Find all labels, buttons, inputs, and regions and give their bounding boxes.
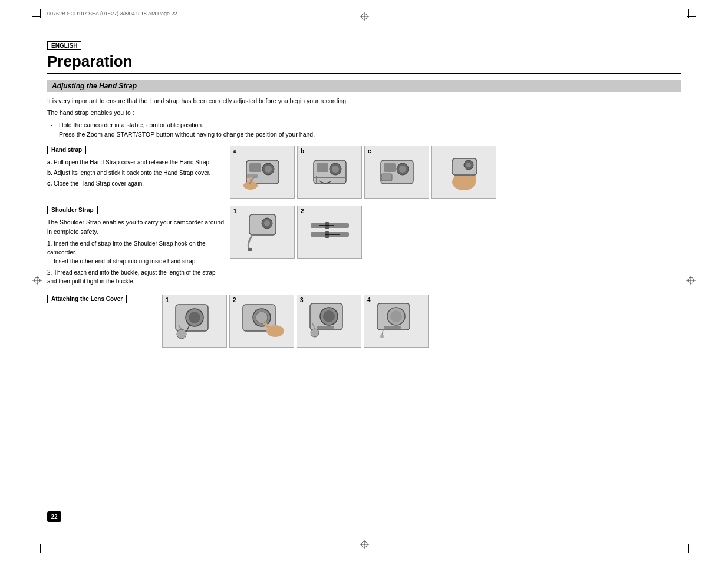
file-header: 00762B SCD107 SEA (01~27) 3/8/04 9:18 AM…	[47, 11, 177, 16]
shoulder-strap-images-container: 1 2	[230, 206, 681, 287]
hand-strap-illustration-b	[305, 151, 355, 193]
hand-strap-image-a: a	[230, 146, 295, 199]
hand-strap-content: Hand strap a. Pull open the Hand Strap c…	[47, 146, 681, 199]
shoulder-strap-illustration-2	[305, 211, 355, 253]
lens-cover-image-4: 4	[364, 295, 429, 348]
svg-point-15	[265, 166, 272, 173]
crop-mark-tl-v	[40, 9, 41, 18]
hand-strap-section-header: Adjusting the Hand Strap	[47, 80, 681, 92]
language-label: ENGLISH	[47, 41, 81, 50]
lens-cover-image-2: 2	[229, 295, 294, 348]
crop-mark-br-h	[687, 546, 696, 546]
lens-cover-images-container: 1 2	[162, 295, 681, 348]
page-number: 22	[47, 511, 61, 522]
shoulder-strap-image-row: 1 2	[230, 206, 681, 259]
shoulder-strap-text: Shoulder Strap The Shoulder Strap enable…	[47, 206, 224, 287]
hand-strap-illustration-a	[238, 151, 288, 193]
hand-strap-bullets: Hold the camcorder in a stable, comforta…	[59, 120, 681, 140]
shoulder-strap-label: Shoulder Strap	[47, 206, 98, 214]
shoulder-strap-image-2: 2	[297, 206, 362, 259]
lens-cover-label: Attaching the Lens Cover	[47, 295, 127, 303]
hand-strap-text: Hand strap a. Pull open the Hand Strap c…	[47, 146, 224, 199]
svg-point-70	[380, 335, 384, 338]
intro-text-line2: The hand strap enables you to :	[47, 108, 681, 118]
shoulder-strap-steps: 1. Insert the end of strap into the Shou…	[47, 239, 224, 286]
hand-strap-image-row: a	[230, 146, 681, 199]
lens-cover-image-row: 1 2	[162, 295, 681, 348]
hand-strap-illustration-c	[372, 151, 422, 193]
lens-cover-illustration-3	[304, 299, 354, 343]
bullet-item-1: Hold the camcorder in a stable, comforta…	[59, 120, 681, 130]
lens-cover-label-col: Attaching the Lens Cover	[47, 295, 156, 348]
lens-cover-content: Attaching the Lens Cover 1	[47, 295, 681, 348]
lens-cover-illustration-4	[371, 299, 421, 343]
page-content: ENGLISH Preparation Adjusting the Hand S…	[47, 41, 681, 527]
shoulder-strap-step-1: 1. Insert the end of strap into the Shou…	[47, 239, 224, 266]
shoulder-strap-illustration-1	[238, 211, 288, 253]
hand-strap-step-a: a. Pull open the Hand Strap cover and re…	[47, 158, 224, 167]
shoulder-strap-image-1: 1	[230, 206, 295, 259]
svg-point-67	[390, 310, 402, 322]
svg-point-51	[189, 312, 200, 323]
hand-strap-image-c: c	[364, 146, 429, 199]
svg-rect-64	[317, 326, 334, 329]
svg-rect-42	[248, 248, 252, 251]
registration-mark-left	[32, 276, 42, 286]
crop-mark-bl-v	[40, 544, 41, 553]
hand-strap-images-container: a	[230, 146, 681, 199]
hand-strap-image-b: b	[297, 146, 362, 199]
svg-point-29	[399, 166, 406, 173]
registration-mark-top	[360, 12, 369, 22]
page-title: Preparation	[47, 52, 681, 74]
crop-mark-tr-h	[687, 16, 696, 17]
shoulder-strap-content: Shoulder Strap The Shoulder Strap enable…	[47, 206, 681, 287]
shoulder-strap-intro: The Shoulder Strap enables you to carry …	[47, 218, 224, 237]
svg-point-62	[311, 329, 319, 337]
registration-mark-right	[686, 276, 696, 286]
svg-rect-21	[317, 163, 328, 172]
svg-rect-68	[384, 326, 401, 329]
lens-cover-image-1: 1	[162, 295, 227, 348]
hand-strap-image-d	[431, 146, 496, 199]
crop-mark-br-v	[688, 544, 689, 553]
svg-point-41	[264, 220, 270, 226]
intro-text-line1: It is very important to ensure that the …	[47, 97, 681, 106]
svg-point-58	[256, 312, 268, 323]
hand-strap-label: Hand strap	[47, 146, 86, 154]
svg-rect-16	[247, 174, 258, 178]
crop-mark-tr-v	[688, 9, 689, 18]
hand-strap-step-b: b. Adjust its length and stick it back o…	[47, 168, 224, 177]
shoulder-strap-step-2: 2. Thread each end into the buckle, adju…	[47, 268, 224, 286]
hand-strap-step-c: c. Close the Hand Strap cover again.	[47, 179, 224, 188]
hand-strap-steps: a. Pull open the Hand Strap cover and re…	[47, 158, 224, 188]
svg-rect-30	[381, 174, 392, 181]
svg-point-38	[466, 163, 471, 167]
bullet-item-2: Press the Zoom and START/STOP button wit…	[59, 130, 681, 140]
svg-line-69	[382, 330, 383, 335]
svg-rect-27	[384, 163, 396, 172]
lens-cover-illustration-1	[170, 299, 220, 343]
svg-point-52	[177, 329, 186, 339]
lens-cover-image-3: 3	[297, 295, 361, 348]
svg-point-61	[323, 310, 335, 322]
svg-point-23	[332, 166, 339, 173]
svg-rect-13	[249, 163, 261, 172]
registration-mark-bottom	[360, 540, 369, 550]
lens-cover-illustration-2	[237, 299, 287, 343]
hand-holding-camcorder	[439, 151, 489, 193]
